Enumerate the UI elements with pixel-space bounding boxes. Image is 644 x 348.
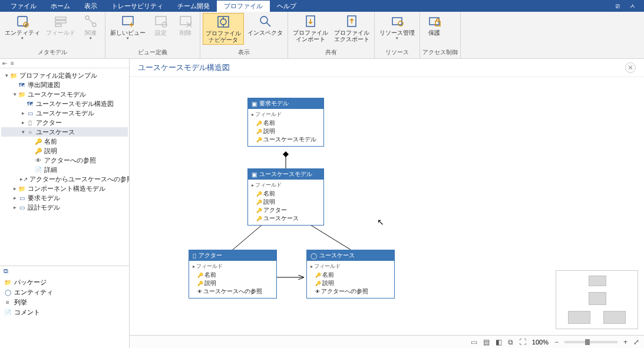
- ribbon-group-label: メタモデル: [2, 48, 103, 57]
- ribbon-relation-button[interactable]: 関連▾: [79, 13, 103, 42]
- field: 名前: [252, 190, 320, 198]
- usecase-icon: ◯: [311, 253, 317, 259]
- view-mode-2-icon[interactable]: ▤: [483, 338, 490, 346]
- svg-rect-13: [156, 16, 166, 25]
- menu-team[interactable]: チーム開発: [170, 1, 217, 12]
- close-diagram-icon[interactable]: ✕: [625, 62, 636, 73]
- relation-icon: [84, 14, 98, 28]
- ribbon-group-label: 共有: [290, 48, 372, 57]
- navigator-icon: [216, 15, 230, 29]
- dropdown-icon: ▾: [90, 36, 92, 41]
- menu-traceability[interactable]: トレーサビリティ: [104, 1, 170, 12]
- ribbon-import-button[interactable]: プロファイルインポート: [290, 13, 331, 44]
- tree-toolbar: ⇤ ≡: [0, 59, 129, 68]
- view-mode-1-icon[interactable]: ▭: [471, 338, 477, 346]
- zoom-value: 100%: [532, 339, 549, 346]
- view-mode-4-icon[interactable]: ⧉: [508, 338, 513, 346]
- tree-item[interactable]: ▸↗アクターからユースケースへの参照: [1, 174, 128, 184]
- tree-item[interactable]: ▾📁ユースケースモデル: [1, 90, 128, 99]
- zoom-out-icon[interactable]: −: [554, 338, 559, 346]
- tree-twisty-icon[interactable]: ▾: [12, 91, 18, 97]
- project-tree[interactable]: ▾📁プロファイル定義サンプル🗺導出関連図▾📁ユースケースモデル🗺ユースケースモデ…: [1, 71, 128, 212]
- svg-line-31: [233, 223, 264, 250]
- ribbon-label: 保護: [428, 29, 440, 36]
- entity-usecase-model[interactable]: ▣ユースケースモデル フィールド 名前 説明 アクター ユースケース: [247, 168, 324, 226]
- feedback-icon[interactable]: ⎚: [611, 1, 625, 11]
- ribbon-entity-button[interactable]: エンティティ▾: [2, 13, 42, 42]
- menu-view[interactable]: 表示: [77, 1, 104, 12]
- tree-item[interactable]: 🔑名前: [1, 137, 128, 146]
- zoom-slider[interactable]: [564, 341, 617, 343]
- entity-req[interactable]: ▣要求モデル フィールド 名前 説明 ユースケースモデル: [247, 98, 324, 147]
- tree-item[interactable]: 🗺導出関連図: [1, 80, 128, 90]
- editor-main: ユースケースモデル構造図 ✕: [130, 59, 644, 348]
- entity-usecase[interactable]: ◯ユースケース フィールド 名前 説明 アクターへの参照: [306, 250, 395, 299]
- section-label: フィールド: [193, 262, 273, 271]
- tree-item[interactable]: ▸▭設計モデル: [1, 203, 128, 212]
- tree-node-icon: 🔑: [34, 138, 42, 145]
- palette-item[interactable]: ≡列挙: [4, 297, 126, 307]
- collapse-all-icon[interactable]: ⇤: [2, 60, 7, 67]
- tree-item[interactable]: ▾📁プロファイル定義サンプル: [1, 71, 128, 80]
- collapse-ribbon-icon[interactable]: ㅅ: [625, 1, 640, 12]
- menu-home[interactable]: ホーム: [44, 1, 77, 12]
- field: 名前: [311, 271, 391, 279]
- view-mode-3-icon[interactable]: ◧: [496, 338, 502, 346]
- palette-item[interactable]: ◯エンティティ: [4, 287, 126, 297]
- tree-item[interactable]: 👁アクターへの参照: [1, 155, 128, 165]
- ribbon-export-button[interactable]: プロファイルエクスポート: [332, 13, 372, 44]
- tree-twisty-icon[interactable]: ▸: [12, 195, 18, 201]
- palette-tab-icon[interactable]: ⧉: [4, 267, 8, 275]
- menu-profile[interactable]: プロファイル: [217, 1, 270, 12]
- tree-item[interactable]: 📄詳細: [1, 165, 128, 174]
- diagram-canvas[interactable]: ▣要求モデル フィールド 名前 説明 ユースケースモデル ▣ユースケースモデル …: [130, 77, 644, 335]
- tree-node-icon: 🔑: [34, 148, 42, 154]
- palette-item[interactable]: 📄コメント: [4, 307, 126, 317]
- tree-item[interactable]: 🔑説明: [1, 146, 128, 155]
- tree-node-icon: ⌷: [26, 120, 34, 126]
- tree-item[interactable]: ▸⌷アクター: [1, 118, 128, 127]
- field: 説明: [193, 279, 273, 287]
- import-icon: [303, 14, 318, 28]
- tree-item[interactable]: 🗺ユースケースモデル構造図: [1, 99, 128, 108]
- tree-twisty-icon[interactable]: ▾: [20, 129, 26, 135]
- field: ユースケースへの参照: [193, 287, 273, 296]
- tree-twisty-icon[interactable]: ▸: [20, 110, 26, 116]
- ribbon-protect-button[interactable]: 保護: [422, 13, 446, 37]
- menu-help[interactable]: ヘルプ: [270, 1, 303, 12]
- tree-node-label: 名前: [44, 137, 57, 146]
- minimap[interactable]: [556, 270, 638, 329]
- tree-item[interactable]: ▾○ユースケース: [1, 127, 128, 137]
- ribbon-newview-button[interactable]: 新しいビュー▾: [108, 13, 148, 42]
- tree-twisty-icon[interactable]: ▸: [12, 185, 18, 191]
- tree-twisty-icon[interactable]: ▸: [20, 120, 26, 125]
- tree-item[interactable]: ▸▭ユースケースモデル: [1, 108, 128, 118]
- tree-twisty-icon[interactable]: ▾: [4, 72, 9, 78]
- ribbon-inspector-button[interactable]: インスペクタ: [245, 13, 285, 37]
- expand-all-icon[interactable]: ≡: [11, 60, 14, 67]
- entity-actor[interactable]: ⌷アクター フィールド 名前 説明 ユースケースへの参照: [189, 250, 277, 299]
- status-bar: ▭ ▤ ◧ ⧉ ⛶ 100% − + ⤢: [130, 335, 644, 348]
- tree-node-icon: 🗺: [26, 101, 34, 107]
- tree-item[interactable]: ▸▭要求モデル: [1, 193, 128, 203]
- entity-uc-title: ユースケースモデル: [259, 170, 312, 178]
- zoom-fit-icon[interactable]: ⤢: [633, 338, 639, 346]
- ribbon-navigator-button[interactable]: プロファイルナビゲータ: [203, 13, 244, 45]
- dropdown-icon: ▾: [21, 36, 24, 41]
- ribbon-resource-button[interactable]: リソース管理▾: [377, 13, 417, 42]
- tree-node-icon: 📁: [18, 91, 26, 98]
- svg-line-23: [266, 22, 270, 26]
- tree-twisty-icon[interactable]: ▸: [12, 204, 18, 210]
- field: アクター: [252, 206, 320, 214]
- palette-item-icon: 📄: [4, 309, 12, 316]
- view-mode-5-icon[interactable]: ⛶: [519, 338, 526, 346]
- ribbon-label: フィールド: [46, 29, 75, 36]
- tree-item[interactable]: ▸📁コンポーネント構造モデル: [1, 184, 128, 193]
- ribbon-field-button[interactable]: フィールド: [44, 13, 78, 37]
- zoom-in-icon[interactable]: +: [623, 338, 628, 346]
- palette-item[interactable]: 📁パッケージ: [4, 277, 126, 287]
- ribbon-settings-button[interactable]: 設定: [149, 13, 173, 37]
- ribbon-delete-button[interactable]: 削除: [174, 13, 197, 37]
- export-icon: [345, 14, 359, 28]
- menu-file[interactable]: ファイル: [4, 1, 44, 12]
